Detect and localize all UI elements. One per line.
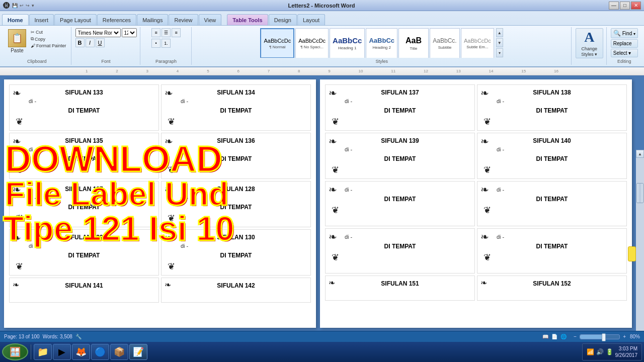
close-button[interactable]: ✕ <box>631 2 641 10</box>
styles-scroll: ▲ ▼ ▾ <box>496 28 503 57</box>
scroll-up-arrow[interactable]: ▲ <box>636 150 644 158</box>
label-128: ❧ SIFULAN 128 di - DI TEMPAT ❦ <box>161 181 311 227</box>
numbering-button[interactable]: 1. <box>162 39 171 48</box>
tab-view[interactable]: View <box>199 14 222 25</box>
styles-scroll-up[interactable]: ▲ <box>496 28 503 37</box>
align-right-button[interactable]: ≡ <box>172 28 181 37</box>
align-center-button[interactable]: ☰ <box>162 28 171 37</box>
view-mode-read[interactable]: 📖 <box>542 334 548 339</box>
label-134-di: di - <box>181 98 188 104</box>
tab-tabletools[interactable]: Table Tools <box>227 14 268 25</box>
styles-scroll-expand[interactable]: ▾ <box>496 48 503 57</box>
font-size-select[interactable]: 12 <box>122 28 137 37</box>
label-blank4-ditempat: DI TEMPAT <box>536 243 568 250</box>
tab-references[interactable]: References <box>97 14 136 25</box>
tab-home[interactable]: Home <box>2 14 29 25</box>
taskbar-sep1 <box>31 344 31 359</box>
paste-icon: 📋 <box>8 29 26 47</box>
label-137-di: di - <box>345 98 352 104</box>
tab-review[interactable]: Review <box>169 14 198 25</box>
ornament-136: ❧ <box>165 136 173 146</box>
find-button[interactable]: 🔍 Find ▾ <box>611 28 638 38</box>
label-139-title: SIFULAN 139 <box>381 137 419 144</box>
clock-time: 3:03 PM <box>615 345 638 352</box>
style-subtle-em[interactable]: AaBbCcDc Subtle Em... <box>461 28 494 58</box>
label-127-di: di - <box>29 195 36 201</box>
vertical-scrollbar[interactable]: ▲ ▼ <box>636 150 644 332</box>
taskbar-chrome[interactable]: 🔵 <box>91 344 109 360</box>
label-blank1-di: di - <box>345 187 352 193</box>
view-mode-print[interactable]: 📄 <box>551 334 557 339</box>
bullets-button[interactable]: • <box>151 39 160 48</box>
quick-access-save[interactable]: 💾 <box>12 3 18 8</box>
yellow-scroll-indicator[interactable] <box>628 246 636 261</box>
style-heading2[interactable]: AaBbCc Heading 2 <box>366 28 397 58</box>
quick-access-redo[interactable]: ↪ <box>26 3 30 8</box>
zoom-slider-thumb[interactable] <box>602 333 606 341</box>
quick-access-undo[interactable]: ↩ <box>20 3 24 8</box>
label-151-title: SIFULAN 151 <box>381 280 419 287</box>
label-135-di: di - <box>29 146 36 152</box>
align-left-button[interactable]: ≡ <box>151 28 160 37</box>
label-blank2-ditempat: DI TEMPAT <box>536 196 568 203</box>
tab-insert[interactable]: Insert <box>29 14 54 25</box>
ornament-134-bottom: ❦ <box>168 116 175 127</box>
volume-icon: 🔊 <box>596 348 604 355</box>
italic-button[interactable]: I <box>86 38 95 47</box>
zoom-in-button[interactable]: + <box>623 334 626 339</box>
system-clock: 3:03 PM 9/26/2017 <box>615 345 638 358</box>
font-group: Times New Roman 12 B I U Font <box>72 27 140 65</box>
tab-pagelayout[interactable]: Page Layout <box>54 14 97 25</box>
ornament-139: ❧ <box>329 136 337 146</box>
replace-button[interactable]: Replace <box>611 39 638 48</box>
label-136: ❧ SIFULAN 136 di - DI TEMPAT ❦ <box>161 133 311 179</box>
ornament-127: ❧ <box>13 185 21 195</box>
style-normal[interactable]: AaBbCcDc ¶ Normal <box>260 28 294 58</box>
style-subtitle[interactable]: AaBbCc. Subtitle <box>430 28 460 58</box>
scroll-thumb[interactable] <box>636 183 643 203</box>
select-button[interactable]: Select ▾ <box>611 49 638 57</box>
window-title: Letters2 - Microsoft Word <box>34 3 609 9</box>
battery-icon: 🔋 <box>606 348 613 355</box>
tab-mailings[interactable]: Mailings <box>137 14 168 25</box>
bold-button[interactable]: B <box>75 38 85 47</box>
label-133: ❧ SIFULAN 133 di - DI TEMPAT ❦ <box>9 84 159 131</box>
taskbar: 🪟 📁 ▶ 🦊 🔵 📦 📝 📶 🔊 🔋 3:03 PM 9/26/2017 <box>0 342 644 362</box>
style-title[interactable]: AaB Title <box>398 28 429 58</box>
taskbar-file-explorer[interactable]: 📁 <box>34 344 52 360</box>
scroll-track[interactable] <box>636 158 644 332</box>
taskbar-firefox[interactable]: 🦊 <box>72 344 90 360</box>
words-status: Words: 3,508 <box>43 334 72 339</box>
styles-group-content: AaBbCcDc ¶ Normal AaBbCcDc ¶ No Spaci...… <box>260 28 503 58</box>
paste-button[interactable]: 📋 Paste <box>6 28 28 54</box>
style-no-spacing[interactable]: AaBbCcDc ¶ No Spaci... <box>295 28 329 58</box>
start-button[interactable]: 🪟 <box>2 343 28 360</box>
taskbar-winrar[interactable]: 📦 <box>110 344 128 360</box>
change-styles-icon: A <box>584 29 594 45</box>
minimize-button[interactable]: — <box>609 2 619 10</box>
zoom-slider-fill <box>580 335 604 339</box>
paragraph-group-label: Paragraph <box>155 58 177 64</box>
styles-scroll-down[interactable]: ▼ <box>496 38 503 47</box>
label-130: ❧ SIFULAN 130 di - DI TEMPAT ❦ <box>161 229 311 276</box>
taskbar-media-player[interactable]: ▶ <box>53 344 71 360</box>
taskbar-word[interactable]: 📝 <box>129 344 147 360</box>
label-blank2-di: di - <box>497 187 504 193</box>
style-heading1[interactable]: AaBbCc Heading 1 <box>330 28 365 58</box>
underline-button[interactable]: U <box>96 38 105 47</box>
ornament-151: ❧ <box>329 279 335 287</box>
copy-button[interactable]: ⧉ Copy <box>29 36 68 42</box>
zoom-level: 80% <box>630 334 640 339</box>
zoom-slider[interactable] <box>580 334 620 339</box>
window-controls[interactable]: — □ ✕ <box>609 2 641 10</box>
format-painter-button[interactable]: 🖌 Format Painter <box>29 43 68 49</box>
cut-button[interactable]: ✂ Cut <box>29 29 68 35</box>
font-family-select[interactable]: Times New Roman <box>75 28 121 37</box>
change-styles-button[interactable]: A ChangeStyles ▾ <box>576 28 603 58</box>
tab-layout[interactable]: Layout <box>297 14 325 25</box>
maximize-button[interactable]: □ <box>620 2 630 10</box>
tab-design[interactable]: Design <box>269 14 297 25</box>
zoom-out-button[interactable]: − <box>574 334 577 339</box>
font-group-content: Times New Roman 12 B I U <box>75 28 137 58</box>
view-mode-web[interactable]: 🌐 <box>560 334 567 339</box>
